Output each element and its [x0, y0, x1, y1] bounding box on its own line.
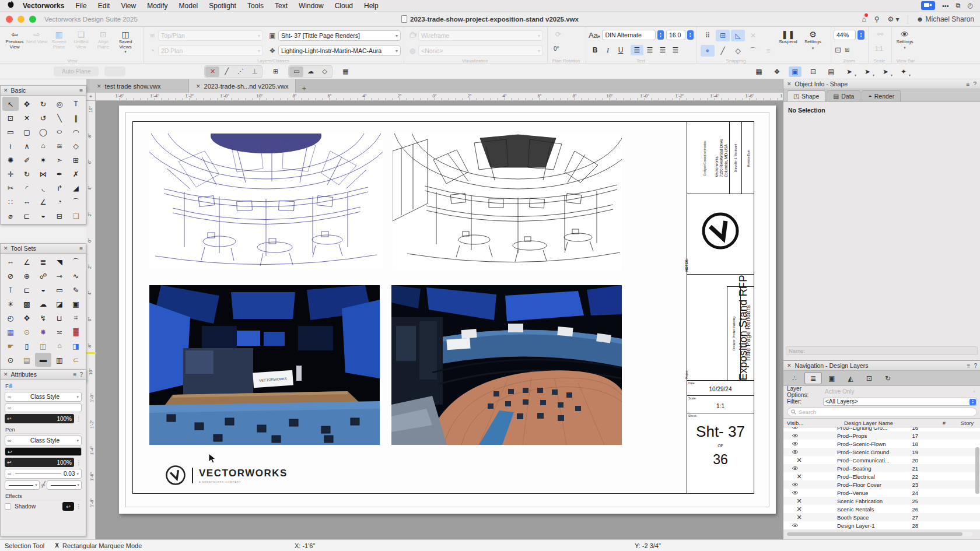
- column-tool[interactable]: ▤: [19, 353, 35, 367]
- home-icon[interactable]: ⌂: [862, 15, 866, 23]
- font-size-stepper[interactable]: ▲▼: [687, 30, 694, 40]
- fillet-tool[interactable]: ◜: [19, 181, 35, 195]
- offset-tool[interactable]: ✒: [51, 167, 68, 181]
- constrained-dim-tool[interactable]: ↔: [2, 255, 19, 269]
- interactive-scaling-off-mode[interactable]: ✕: [205, 66, 219, 77]
- redline-tool[interactable]: ✎: [68, 283, 84, 297]
- layer-row[interactable]: Prod--Venue24: [783, 489, 980, 497]
- help-icon[interactable]: ?: [974, 363, 977, 369]
- door-tool[interactable]: ▯: [19, 339, 35, 353]
- document-tab[interactable]: ✕test trade show.vwx: [90, 79, 189, 93]
- close-window-button[interactable]: [6, 16, 13, 23]
- lighting-instrument-tool[interactable]: ⊙: [19, 325, 35, 339]
- spiral-tool[interactable]: ✺: [2, 153, 19, 167]
- close-icon[interactable]: ✕: [4, 371, 8, 377]
- chamfer-tool[interactable]: ◟: [35, 181, 51, 195]
- palette-menu-icon[interactable]: ≡: [79, 245, 83, 252]
- layer-row[interactable]: Design Layer-128: [783, 521, 980, 529]
- visibility-off-icon[interactable]: ✕: [783, 457, 807, 464]
- format-b-button[interactable]: B: [589, 45, 601, 55]
- pen-color-swatch[interactable]: ↩: [5, 447, 82, 456]
- connect-combine-tool[interactable]: ↱: [51, 181, 68, 195]
- callout-tool[interactable]: ❏: [68, 209, 84, 223]
- multi-point-mode[interactable]: ⋰: [233, 66, 247, 77]
- line-tool[interactable]: ╲: [51, 111, 68, 125]
- projection-dropdown[interactable]: 2D Plan▾: [158, 45, 263, 56]
- tab-references-icon[interactable]: ↻: [879, 372, 897, 384]
- double-polygon-tool[interactable]: ≋: [51, 139, 68, 153]
- rounded-rectangle-tool[interactable]: ▢: [19, 125, 35, 139]
- edge-snap-icon[interactable]: ╱: [716, 45, 730, 57]
- ruler-origin-icon[interactable]: ⌖: [86, 93, 96, 101]
- settings-button[interactable]: ⚙Settings▾: [802, 30, 824, 51]
- rotate-tool[interactable]: ↻: [19, 167, 35, 181]
- tab-render[interactable]: ◓Render: [862, 90, 901, 101]
- menu-window[interactable]: Window: [299, 2, 324, 10]
- smart-edge-snap-icon[interactable]: ≡: [761, 45, 775, 57]
- broken-chain-icon[interactable]: ∞: [41, 482, 45, 488]
- align-right-icon[interactable]: ☰: [656, 45, 669, 55]
- layer-options-dropdown[interactable]: Active Only▾: [823, 388, 977, 396]
- tape-measure-tool[interactable]: ⊏: [19, 283, 35, 297]
- font-style-menu[interactable]: Aa▾: [589, 31, 600, 40]
- format-i-button[interactable]: I: [601, 45, 614, 55]
- filter-dropdown[interactable]: <All Layers>▲▼: [823, 398, 977, 406]
- presentation-palette-icon[interactable]: ▤: [825, 66, 838, 77]
- menu-tools[interactable]: Tools: [247, 2, 264, 10]
- eyedropper-tool[interactable]: ✐: [19, 153, 35, 167]
- align-justify-icon[interactable]: ☰: [669, 45, 682, 55]
- align-left-icon[interactable]: ☰: [631, 45, 643, 55]
- layer-row[interactable]: Prod--Scenic-Flown18: [783, 440, 980, 448]
- fill-style-dropdown[interactable]: ∞Class Style▾: [5, 392, 82, 402]
- close-tab-icon[interactable]: ✕: [196, 83, 201, 89]
- viewport-tool[interactable]: ▣: [68, 297, 84, 311]
- point-snap-icon[interactable]: ◇: [731, 45, 745, 57]
- menu-edit[interactable]: Edit: [98, 2, 110, 10]
- squiggle-tool[interactable]: ∿: [68, 269, 84, 283]
- speaker-tool[interactable]: ◫: [35, 339, 51, 353]
- tape-measure-tool[interactable]: ⊏: [19, 209, 35, 223]
- menu-file[interactable]: File: [75, 2, 86, 10]
- zoom-window-button[interactable]: [29, 16, 36, 23]
- diameter-dimension-tool[interactable]: ⌀: [2, 209, 19, 223]
- menu-modify[interactable]: Modify: [147, 2, 167, 10]
- angle-snap-icon[interactable]: ◺: [731, 30, 745, 41]
- font-size-field[interactable]: 16.0: [666, 30, 685, 40]
- no-snap-icon[interactable]: ✕: [746, 30, 760, 41]
- visibility-eye-icon[interactable]: [783, 433, 807, 438]
- crop-tool[interactable]: ⌗: [68, 311, 84, 325]
- double-line-tool[interactable]: ∥: [68, 111, 84, 125]
- pattern-tool[interactable]: ✳: [2, 297, 19, 311]
- drawing-canvas[interactable]: VECTORWORKS: [96, 101, 783, 539]
- unified-view-button[interactable]: ❏Unified View: [70, 30, 92, 50]
- cloud-tool[interactable]: ☁: [35, 297, 51, 311]
- close-icon[interactable]: ✕: [787, 363, 792, 368]
- tab-classes-icon[interactable]: ◭: [842, 372, 859, 384]
- viewbar-settings-button[interactable]: 👁Settings▾: [892, 30, 918, 50]
- diameter-tool[interactable]: ⊘: [2, 269, 19, 283]
- datum-tool[interactable]: ⊺: [2, 283, 19, 297]
- snap-loupe-icon[interactable]: ⊞: [268, 66, 282, 77]
- view-mode-dropdown[interactable]: Top/Plan▾: [158, 30, 263, 41]
- regular-polygon-tool[interactable]: ◇: [68, 139, 84, 153]
- path-tool[interactable]: ↯: [35, 311, 51, 325]
- tab-connections-icon[interactable]: ∴: [786, 372, 803, 384]
- auto-plane-button[interactable]: Auto-Plane: [54, 66, 99, 76]
- tab-saved-views-icon[interactable]: ⊡: [860, 372, 878, 384]
- fit-objects-icon[interactable]: ⊡: [835, 45, 841, 54]
- tab-design-layers-icon[interactable]: ≣: [804, 372, 822, 384]
- polygon-marquee-mode[interactable]: ◇: [317, 66, 331, 77]
- stopwatch-tool[interactable]: ◴: [2, 311, 19, 325]
- line-style-dropdown-1[interactable]: ▾: [5, 480, 40, 490]
- visibility-eye-icon[interactable]: [783, 490, 807, 495]
- camera-tool[interactable]: ⊙: [2, 353, 19, 367]
- help-icon[interactable]: ?: [973, 81, 977, 87]
- unified-view-options-icon[interactable]: ▦: [338, 66, 352, 77]
- screen-plane-toggle-icon[interactable]: ▣: [789, 66, 802, 77]
- angular-dim-tool[interactable]: ∠: [19, 255, 35, 269]
- working-plane-mode[interactable]: ⊥: [247, 66, 261, 77]
- angular-dimension-tool[interactable]: ∠: [35, 195, 51, 209]
- fit-page-icon[interactable]: ⧈: [845, 45, 849, 54]
- shadow-checkbox[interactable]: [5, 503, 11, 510]
- active-class-dropdown[interactable]: Lighting-Light-Instr-Martin-MAC-Aura▾: [278, 45, 401, 56]
